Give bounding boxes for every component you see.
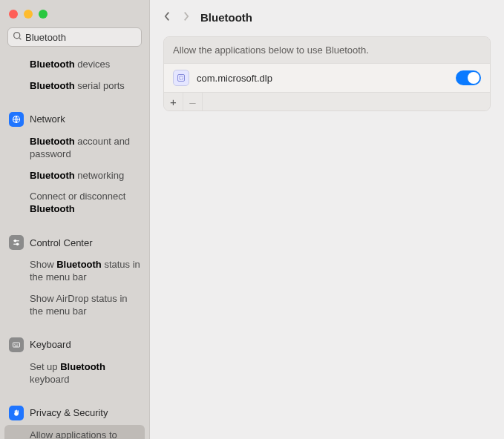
svg-point-8 xyxy=(16,243,18,245)
section-title: Control Center xyxy=(30,237,93,248)
search-container xyxy=(0,23,149,54)
main-panel: Bluetooth Allow the applications below t… xyxy=(150,0,504,439)
sidebar-section-privacy: Privacy & Security Allow applications to… xyxy=(0,401,149,439)
sidebar-item-bt-networking[interactable]: Bluetooth networking xyxy=(0,165,149,187)
section-title: Privacy & Security xyxy=(30,407,108,418)
sidebar-top-group: Bluetooth devices Bluetooth serial ports xyxy=(0,54,149,99)
sidebar-item-bt-serial[interactable]: Bluetooth serial ports xyxy=(0,76,149,97)
svg-rect-16 xyxy=(180,76,183,80)
sidebar-item-show-airdrop-menu[interactable]: Show AirDrop status in the menu bar xyxy=(0,288,149,323)
sidebar-item-show-bt-menu[interactable]: Show Bluetooth status in the menu bar xyxy=(0,254,149,288)
globe-icon xyxy=(9,112,24,127)
section-title: Keyboard xyxy=(30,339,71,350)
app-icon xyxy=(173,70,189,86)
sidebar-section-network: Network Bluetooth account and password B… xyxy=(0,108,149,222)
sidebar: Bluetooth devices Bluetooth serial ports… xyxy=(0,0,150,439)
remove-app-button[interactable]: – xyxy=(183,93,203,110)
section-title: Network xyxy=(30,113,65,125)
main-header: Bluetooth xyxy=(150,0,504,35)
nav-forward-button xyxy=(182,10,190,24)
svg-point-6 xyxy=(14,240,16,242)
add-app-button[interactable]: + xyxy=(164,93,183,110)
sidebar-section-header-network[interactable]: Network xyxy=(0,108,149,131)
app-toggle[interactable] xyxy=(456,70,481,85)
svg-rect-15 xyxy=(178,75,185,82)
sliders-icon xyxy=(9,235,24,250)
sidebar-item-connect-bt[interactable]: Connect or disconnect Bluetooth xyxy=(0,186,149,220)
svg-point-0 xyxy=(14,33,20,39)
svg-line-1 xyxy=(19,38,21,39)
search-input[interactable] xyxy=(22,32,150,43)
sidebar-item-allow-apps-bt[interactable]: Allow applications to access Bluetooth xyxy=(4,425,145,439)
sidebar-section-header-keyboard[interactable]: Keyboard xyxy=(0,333,149,357)
keyboard-icon xyxy=(9,337,24,352)
fullscreen-window-button[interactable] xyxy=(39,10,48,19)
panel-message: Allow the applications below to use Blue… xyxy=(164,37,490,64)
sidebar-scroll[interactable]: Bluetooth devices Bluetooth serial ports… xyxy=(0,54,149,439)
sidebar-section-header-controlcenter[interactable]: Control Center xyxy=(0,231,149,254)
hand-icon xyxy=(9,406,24,420)
page-title: Bluetooth xyxy=(200,11,252,24)
sidebar-section-keyboard: Keyboard Set up Bluetooth keyboard xyxy=(0,333,149,392)
svg-rect-9 xyxy=(13,343,20,347)
sidebar-item-bt-devices[interactable]: Bluetooth devices xyxy=(0,54,149,76)
sidebar-section-controlcenter: Control Center Show Bluetooth status in … xyxy=(0,231,149,324)
sidebar-section-header-privacy[interactable]: Privacy & Security xyxy=(0,401,149,425)
apps-panel: Allow the applications below to use Blue… xyxy=(163,36,491,111)
nav-back-button[interactable] xyxy=(163,10,171,24)
traffic-lights xyxy=(9,10,48,19)
search-field[interactable] xyxy=(7,27,142,47)
settings-window: Bluetooth devices Bluetooth serial ports… xyxy=(0,0,504,439)
close-window-button[interactable] xyxy=(9,10,18,19)
titlebar xyxy=(0,0,149,23)
sidebar-item-bt-account[interactable]: Bluetooth account and password xyxy=(0,131,149,165)
minimize-window-button[interactable] xyxy=(24,10,33,19)
app-name: com.microsoft.dlp xyxy=(197,73,448,84)
app-row[interactable]: com.microsoft.dlp xyxy=(164,64,490,92)
search-icon xyxy=(13,31,22,43)
panel-footer: + – xyxy=(164,92,490,110)
sidebar-item-setup-bt-keyboard[interactable]: Set up Bluetooth keyboard xyxy=(0,357,149,391)
